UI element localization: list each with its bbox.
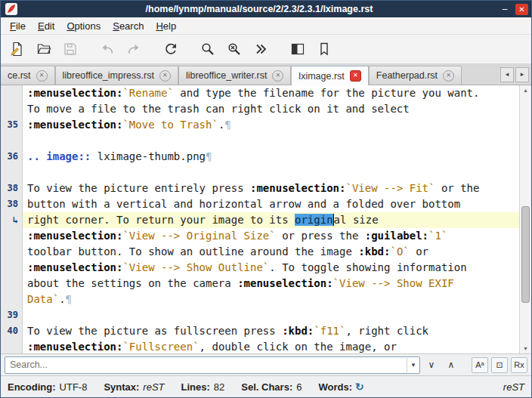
code-line[interactable] bbox=[23, 133, 519, 149]
code-line[interactable]: about the settings on the camera :menuse… bbox=[23, 276, 519, 292]
code-token: . To toggle showing information bbox=[269, 261, 466, 273]
find-previous-button[interactable]: ∧ bbox=[443, 357, 459, 373]
status-label: Lines: bbox=[181, 381, 210, 393]
open-file-button[interactable] bbox=[33, 39, 54, 60]
code-token: `View --> Fit` bbox=[345, 182, 435, 194]
bookmark-flag-icon bbox=[317, 42, 332, 57]
code-token: :menuselection: bbox=[27, 341, 122, 353]
search-field[interactable]: ▼ bbox=[5, 356, 420, 374]
status-value: 6 bbox=[296, 381, 302, 393]
code-line[interactable]: :menuselection:`View --> Original Size` … bbox=[23, 228, 519, 244]
tab-close-button[interactable]: ✕ bbox=[350, 70, 361, 82]
bookmark-button[interactable] bbox=[314, 39, 335, 60]
code-line[interactable]: :menuselection:`Move to Trash`.¶ bbox=[23, 117, 519, 133]
code-token: , double click on the image, or bbox=[200, 341, 397, 353]
search-input[interactable] bbox=[5, 359, 407, 370]
code-line[interactable]: toolbar button. To show an outline aroun… bbox=[23, 244, 519, 260]
whole-word-button[interactable]: ⊡ bbox=[491, 357, 508, 373]
code-line[interactable]: button with a vertical and horizontal ar… bbox=[23, 196, 519, 212]
code-line[interactable]: :menuselection:`Fullscreen`, double clic… bbox=[23, 339, 519, 353]
code-token: ¶ bbox=[206, 150, 212, 162]
code-line[interactable]: right corner. To return your image to it… bbox=[23, 212, 519, 228]
menu-help[interactable]: Help bbox=[150, 19, 182, 33]
text-area[interactable]: :menuselection:`Rename` and type the fil… bbox=[23, 85, 519, 353]
find-and-replace-button[interactable] bbox=[224, 39, 245, 60]
tab-libreoffice_impress.rst[interactable]: libreoffice_impress.rst✕ bbox=[55, 66, 178, 85]
status-value: 82 bbox=[214, 381, 224, 393]
code-line[interactable] bbox=[23, 307, 519, 323]
status-encoding: Encoding:UTF-8 bbox=[8, 381, 87, 393]
reload-arrow-icon bbox=[163, 42, 178, 57]
tab-ce.rst[interactable]: ce.rst✕ bbox=[1, 66, 55, 85]
open-folder-icon bbox=[36, 42, 51, 57]
find-next-button[interactable]: ∨ bbox=[423, 357, 440, 373]
search-history-dropdown-icon[interactable]: ▼ bbox=[407, 358, 419, 372]
side-pane-icon bbox=[290, 42, 305, 57]
side-pane-toggle-button[interactable] bbox=[287, 39, 308, 60]
tab-Featherpad.rst[interactable]: Featherpad.rst✕ bbox=[369, 66, 462, 85]
match-case-button[interactable]: Aᵃ bbox=[472, 357, 488, 373]
scroll-up-arrow-icon[interactable]: ▲ bbox=[520, 85, 531, 95]
new-file-button[interactable] bbox=[7, 39, 28, 60]
tab-scroll-left-button[interactable]: ◂ bbox=[500, 67, 514, 82]
status-label: Words: bbox=[318, 381, 352, 393]
tab-close-button[interactable]: ✕ bbox=[159, 70, 171, 82]
code-line[interactable]: :menuselection:`Rename` and type the fil… bbox=[23, 85, 519, 101]
reload-button[interactable] bbox=[160, 39, 181, 60]
code-line[interactable]: Data`.¶ bbox=[23, 292, 519, 307]
line-number bbox=[1, 260, 22, 276]
code-line[interactable]: :menuselection:`View --> Show Outline`. … bbox=[23, 260, 519, 276]
code-token: ¶ bbox=[224, 119, 230, 131]
minimize-button[interactable]: – bbox=[497, 3, 512, 15]
status-sel-chars: Sel. Chars:6 bbox=[241, 381, 302, 393]
line-number bbox=[1, 228, 22, 244]
vertical-scrollbar[interactable]: ▲ ▼ bbox=[519, 85, 531, 353]
more-tools-button[interactable] bbox=[250, 39, 271, 60]
tab-close-button[interactable]: ✕ bbox=[443, 70, 454, 82]
menu-options[interactable]: Options bbox=[60, 19, 107, 33]
word-count-refresh-icon[interactable]: ↻ bbox=[355, 381, 364, 393]
code-token: :kbd: bbox=[282, 325, 314, 337]
line-number bbox=[1, 101, 22, 117]
menu-bar: FileEditOptionsSearchHelp bbox=[1, 17, 531, 35]
redo-arrow-icon bbox=[126, 42, 141, 57]
line-number bbox=[1, 276, 22, 292]
code-token: :menuselection: bbox=[27, 230, 122, 242]
menu-file[interactable]: File bbox=[4, 19, 32, 33]
status-words: Words:↻ bbox=[318, 381, 363, 393]
window-title: /home/lynmp/manual/source/2/2.3/2.3.1/lx… bbox=[21, 4, 497, 14]
code-line[interactable]: To move a file to the trash can right cl… bbox=[23, 101, 519, 117]
tab-scroll-right-button[interactable]: ▸ bbox=[515, 67, 529, 82]
code-line[interactable]: To view the picture entirely press :menu… bbox=[23, 180, 519, 196]
scrollbar-thumb[interactable] bbox=[521, 206, 530, 303]
code-line[interactable] bbox=[23, 165, 519, 180]
menu-search[interactable]: Search bbox=[107, 19, 150, 33]
close-button[interactable]: ✕ bbox=[515, 4, 528, 15]
tab-libreoffice_writer.rst[interactable]: libreoffice_writer.rst✕ bbox=[178, 66, 291, 85]
code-token: and type the filename for the picture yo… bbox=[174, 87, 480, 99]
regex-button[interactable]: Rx bbox=[511, 357, 527, 373]
line-number bbox=[1, 85, 22, 101]
status-value: UTF-8 bbox=[60, 381, 88, 393]
code-token: , right click bbox=[345, 325, 428, 337]
tab-label: ce.rst bbox=[8, 70, 31, 81]
line-number bbox=[1, 292, 22, 307]
tab-close-button[interactable]: ✕ bbox=[36, 70, 48, 82]
code-token: `f11` bbox=[314, 325, 345, 337]
tab-lximage.rst[interactable]: lximage.rst✕ bbox=[291, 66, 368, 85]
status-bar: Encoding:UTF-8Syntax:reSTLines:82Sel. Ch… bbox=[1, 375, 531, 397]
tab-close-button[interactable]: ✕ bbox=[272, 70, 283, 82]
status-label: Encoding: bbox=[8, 381, 56, 393]
status-label: Sel. Chars: bbox=[241, 381, 292, 393]
code-line[interactable]: .. image:: lximage-thumb.png¶ bbox=[23, 149, 519, 165]
code-token: :guilabel: bbox=[365, 230, 428, 242]
line-number: 40 bbox=[1, 323, 22, 339]
code-token: :menuselection: bbox=[237, 277, 332, 289]
scroll-down-arrow-icon[interactable]: ▼ bbox=[520, 344, 531, 353]
editor[interactable]: 35363838↳3940 :menuselection:`Rename` an… bbox=[1, 85, 531, 353]
find-button[interactable] bbox=[197, 39, 218, 60]
code-token: or press the bbox=[276, 230, 365, 242]
menu-edit[interactable]: Edit bbox=[32, 19, 60, 33]
line-number: 36 bbox=[1, 149, 22, 165]
code-line[interactable]: To view the picture as fullscreen press … bbox=[23, 323, 519, 339]
